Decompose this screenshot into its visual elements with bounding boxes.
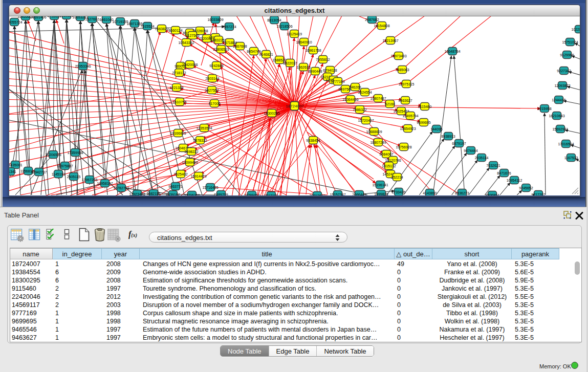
svg-text:19756928: 19756928: [396, 145, 411, 149]
svg-text:9217207: 9217207: [531, 193, 545, 196]
svg-text:10973493: 10973493: [390, 54, 406, 58]
svg-text:20053346: 20053346: [75, 64, 91, 68]
svg-text:7357274: 7357274: [222, 25, 236, 29]
svg-text:252214: 252214: [391, 176, 403, 179]
svg-text:9242848: 9242848: [209, 64, 223, 68]
svg-text:7955812: 7955812: [316, 58, 330, 61]
svg-text:1244415: 1244415: [552, 98, 565, 102]
svg-text:417006: 417006: [208, 102, 220, 105]
svg-text:10228452: 10228452: [571, 28, 580, 31]
svg-text:2935114: 2935114: [475, 156, 489, 160]
svg-text:14055724: 14055724: [9, 20, 23, 24]
svg-text:21364436: 21364436: [342, 98, 358, 101]
svg-text:17957255: 17957255: [81, 178, 97, 182]
svg-text:12975115: 12975115: [399, 82, 415, 86]
svg-text:9227342: 9227342: [557, 69, 571, 73]
svg-text:5878332: 5878332: [193, 139, 207, 142]
svg-text:9127505: 9127505: [185, 34, 199, 37]
svg-text:10954112: 10954112: [507, 179, 522, 182]
svg-text:9427552: 9427552: [205, 89, 219, 92]
svg-text:8660124: 8660124: [168, 29, 182, 32]
svg-text:2087682: 2087682: [365, 18, 379, 21]
svg-text:9129966: 9129966: [560, 53, 574, 57]
svg-text:20691406: 20691406: [30, 16, 46, 19]
svg-text:9474444: 9474444: [464, 149, 477, 152]
svg-text:16914479: 16914479: [190, 174, 206, 178]
svg-text:7671884: 7671884: [223, 41, 236, 45]
svg-text:15196141: 15196141: [372, 183, 388, 187]
svg-text:1527602: 1527602: [85, 17, 99, 21]
svg-text:10975887: 10975887: [57, 164, 73, 168]
svg-text:62160: 62160: [385, 102, 395, 106]
svg-text:7986322: 7986322: [353, 108, 366, 112]
svg-text:9115460: 9115460: [418, 105, 432, 108]
svg-text:746266: 746266: [349, 85, 361, 89]
svg-text:16210643: 16210643: [549, 114, 564, 118]
svg-text:3917183: 3917183: [264, 194, 278, 196]
svg-text:8454749: 8454749: [247, 50, 260, 53]
svg-text:18724007: 18724007: [286, 104, 304, 108]
svg-text:23706266: 23706266: [184, 193, 200, 196]
svg-text:2066449: 2066449: [352, 193, 366, 196]
svg-text:1999828: 1999828: [374, 192, 388, 196]
svg-text:22806503: 22806503: [213, 48, 229, 51]
svg-text:11125419: 11125419: [287, 32, 302, 36]
svg-text:20206536: 20206536: [45, 153, 61, 157]
svg-text:15692971: 15692971: [552, 127, 568, 131]
svg-text:9777169: 9777169: [331, 80, 344, 83]
svg-text:8489709: 8489709: [214, 193, 228, 196]
svg-text:15751074: 15751074: [562, 40, 578, 44]
svg-text:8471676: 8471676: [497, 171, 511, 175]
svg-text:16648784: 16648784: [444, 50, 460, 53]
svg-text:10543362: 10543362: [178, 41, 194, 45]
svg-text:8322037: 8322037: [283, 61, 297, 65]
svg-text:9463627: 9463627: [398, 99, 412, 102]
svg-text:1362615: 1362615: [296, 65, 310, 69]
svg-text:8813054: 8813054: [267, 18, 281, 22]
svg-text:1221338: 1221338: [169, 86, 183, 90]
svg-text:18640910: 18640910: [296, 40, 312, 44]
svg-text:2867608: 2867608: [233, 45, 247, 48]
svg-text:144095: 144095: [430, 127, 442, 131]
svg-text:12353594: 12353594: [196, 126, 212, 130]
svg-text:3624554: 3624554: [358, 91, 372, 94]
svg-text:1145193: 1145193: [52, 172, 66, 176]
svg-text:6794028: 6794028: [323, 69, 337, 72]
svg-text:2803144: 2803144: [205, 77, 219, 80]
svg-text:2718172: 2718172: [172, 71, 186, 75]
svg-text:12213967: 12213967: [382, 39, 398, 42]
svg-text:9146821: 9146821: [259, 53, 273, 56]
svg-text:19166825: 19166825: [170, 132, 186, 135]
svg-text:3498222: 3498222: [184, 150, 198, 154]
svg-text:1167533: 1167533: [564, 156, 578, 160]
svg-text:6879197: 6879197: [452, 142, 466, 145]
svg-text:6461040: 6461040: [99, 18, 113, 21]
svg-text:5682115: 5682115: [147, 192, 161, 195]
svg-text:7663822: 7663822: [155, 27, 168, 31]
svg-text:10958107: 10958107: [97, 182, 113, 185]
svg-text:13654923: 13654923: [400, 127, 416, 130]
svg-text:10688609: 10688609: [366, 130, 382, 134]
svg-text:16120746: 16120746: [385, 159, 401, 162]
svg-text:18807249: 18807249: [370, 141, 386, 144]
svg-text:17016504: 17016504: [558, 142, 574, 146]
svg-text:9699695: 9699695: [417, 121, 430, 124]
svg-text:23420046: 23420046: [182, 63, 198, 67]
svg-text:8215958: 8215958: [537, 107, 551, 111]
svg-text:4143890: 4143890: [423, 191, 437, 195]
svg-text:18300295: 18300295: [264, 112, 279, 115]
svg-text:16033809: 16033809: [207, 18, 223, 21]
svg-text:19218506: 19218506: [276, 25, 292, 28]
svg-text:10807487: 10807487: [370, 97, 386, 100]
svg-text:10154808: 10154808: [374, 24, 389, 28]
svg-text:4439167: 4439167: [166, 193, 180, 196]
svg-text:10719155: 10719155: [112, 20, 128, 24]
svg-text:17359938: 17359938: [67, 151, 83, 155]
svg-text:20813640: 20813640: [309, 194, 325, 196]
svg-text:7485063: 7485063: [395, 68, 409, 72]
svg-text:7515524: 7515524: [140, 25, 154, 28]
svg-text:15720407: 15720407: [358, 119, 374, 122]
svg-text:15157347: 15157347: [330, 193, 345, 196]
svg-text:19299464: 19299464: [244, 193, 259, 196]
svg-text:8806804: 8806804: [485, 193, 499, 196]
